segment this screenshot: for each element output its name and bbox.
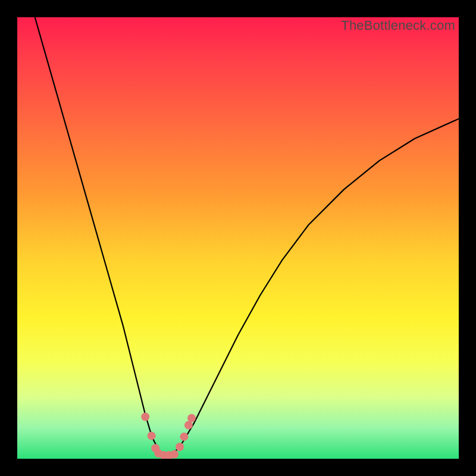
highlight-dot [148, 431, 156, 440]
highlight-dot [141, 413, 149, 421]
highlight-dot [187, 414, 196, 422]
highlight-dots [141, 413, 196, 459]
bottleneck-curve [35, 17, 459, 456]
highlight-dot [180, 433, 188, 441]
chart-frame: TheBottleneck.com [0, 0, 476, 476]
plot-area: TheBottleneck.com [17, 17, 459, 459]
highlight-dot [170, 450, 178, 459]
highlight-dot [176, 443, 184, 451]
watermark-text: TheBottleneck.com [341, 18, 455, 33]
curve-layer [17, 17, 459, 459]
